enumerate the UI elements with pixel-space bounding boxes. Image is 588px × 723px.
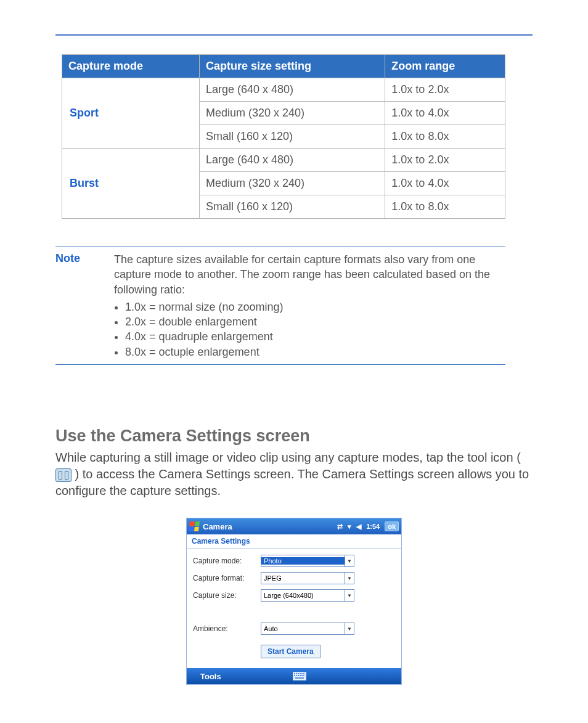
- para-text: While capturing a still image or video c…: [55, 451, 521, 464]
- svg-rect-12: [303, 675, 304, 676]
- note-label: Note: [55, 252, 114, 359]
- svg-rect-11: [301, 675, 303, 676]
- signal-icon[interactable]: ▾: [348, 523, 351, 531]
- select-value: Large (640x480): [261, 592, 345, 599]
- device-menubar: Tools: [187, 668, 401, 684]
- window-subtitle: Camera Settings: [187, 534, 401, 549]
- chevron-down-icon[interactable]: ▼: [345, 623, 354, 634]
- table-header: Capture mode: [62, 55, 200, 78]
- table-header: Capture size setting: [199, 55, 385, 78]
- note-bullet: 4.0x = quadruple enlargement: [125, 329, 505, 344]
- svg-rect-7: [294, 675, 295, 676]
- app-title: Camera: [203, 522, 337, 531]
- start-flag-icon[interactable]: [189, 521, 200, 531]
- svg-rect-2: [296, 673, 297, 674]
- field-label: Capture size:: [193, 591, 261, 600]
- keyboard-icon[interactable]: [293, 672, 306, 680]
- capture-size-cell: Medium (320 x 240): [199, 172, 385, 195]
- svg-rect-13: [295, 677, 304, 679]
- field-label: Capture format:: [193, 574, 261, 582]
- note-block: Note The capture sizes available for cer…: [55, 247, 505, 365]
- svg-rect-10: [300, 675, 301, 676]
- capture-table: Capture mode Capture size setting Zoom r…: [62, 54, 505, 219]
- capture-size-cell: Large (640 x 480): [199, 78, 385, 102]
- section-paragraph: While capturing a still image or video c…: [55, 449, 533, 499]
- connectivity-icon[interactable]: ⇄: [337, 523, 343, 531]
- capture-mode-cell: Burst: [62, 149, 200, 219]
- select-value: Auto: [261, 625, 345, 632]
- field-label: Ambience:: [193, 624, 261, 633]
- capture-size-cell: Small (160 x 120): [199, 195, 385, 219]
- capture-size-cell: Large (640 x 480): [199, 149, 385, 172]
- tools-menu[interactable]: Tools: [187, 672, 235, 681]
- capture-mode-select[interactable]: Photo ▼: [261, 555, 354, 567]
- note-bullets: 1.0x = normal size (no zooming) 2.0x = d…: [114, 300, 505, 359]
- svg-rect-1: [294, 673, 295, 674]
- zoom-range-cell: 1.0x to 8.0x: [385, 195, 505, 219]
- table-row: Burst Large (640 x 480) 1.0x to 2.0x: [62, 149, 505, 172]
- table-header: Zoom range: [385, 55, 505, 78]
- zoom-range-cell: 1.0x to 2.0x: [385, 78, 505, 102]
- ok-button[interactable]: ok: [385, 521, 399, 531]
- field-label: Capture mode:: [193, 557, 261, 565]
- note-bullet: 2.0x = double enlargement: [125, 314, 505, 329]
- chevron-down-icon[interactable]: ▼: [345, 555, 354, 566]
- capture-mode-cell: Sport: [62, 78, 200, 149]
- capture-size-cell: Medium (320 x 240): [199, 102, 385, 125]
- select-value: Photo: [261, 557, 345, 565]
- svg-rect-3: [298, 673, 299, 674]
- page-header-rule: [55, 34, 533, 36]
- para-text: ) to access the Camera Settings screen. …: [55, 467, 529, 497]
- device-screenshot: Camera ⇄ ▾ ◀ 1:54 ok Camera Settings Cap…: [186, 518, 402, 685]
- table-row: Sport Large (640 x 480) 1.0x to 2.0x: [62, 78, 505, 102]
- note-bullet: 1.0x = normal size (no zooming): [125, 300, 505, 314]
- capture-size-select[interactable]: Large (640x480) ▼: [261, 589, 354, 602]
- svg-rect-4: [300, 673, 301, 674]
- chevron-down-icon[interactable]: ▼: [345, 590, 354, 601]
- ambience-select[interactable]: Auto ▼: [261, 623, 354, 635]
- clock-text: 1:54: [366, 523, 380, 530]
- section-heading: Use the Camera Settings screen: [55, 427, 533, 446]
- start-camera-button[interactable]: Start Camera: [261, 645, 321, 658]
- chevron-down-icon[interactable]: ▼: [345, 573, 354, 584]
- capture-size-cell: Small (160 x 120): [199, 125, 385, 149]
- zoom-range-cell: 1.0x to 2.0x: [385, 149, 505, 172]
- svg-rect-9: [298, 675, 299, 676]
- tool-icon: [55, 468, 71, 482]
- device-titlebar: Camera ⇄ ▾ ◀ 1:54 ok: [187, 518, 401, 534]
- note-bullet: 8.0x = octuple enlargement: [125, 345, 505, 359]
- capture-format-select[interactable]: JPEG ▼: [261, 572, 354, 584]
- zoom-range-cell: 1.0x to 4.0x: [385, 172, 505, 195]
- zoom-range-cell: 1.0x to 8.0x: [385, 125, 505, 149]
- svg-rect-8: [296, 675, 297, 676]
- zoom-range-cell: 1.0x to 4.0x: [385, 102, 505, 125]
- volume-icon[interactable]: ◀: [356, 523, 361, 531]
- settings-form: Capture mode: Photo ▼ Capture format: JP…: [187, 549, 401, 668]
- note-text: The capture sizes available for certain …: [114, 253, 490, 296]
- svg-rect-5: [301, 673, 303, 674]
- select-value: JPEG: [261, 574, 345, 582]
- svg-rect-6: [303, 673, 304, 674]
